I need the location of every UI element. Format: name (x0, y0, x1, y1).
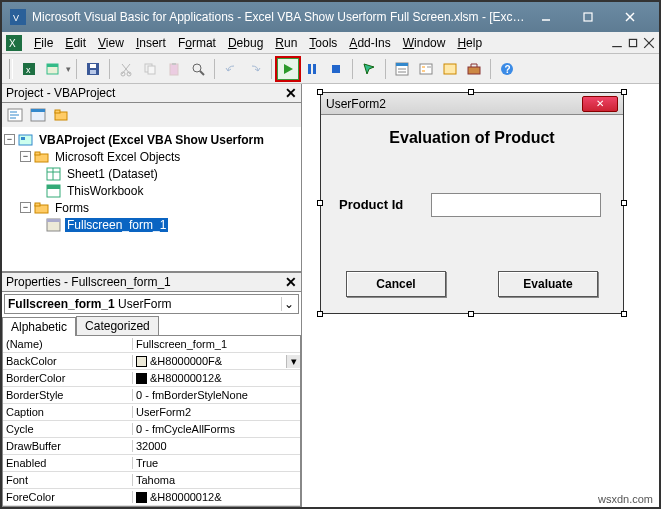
tree-toggle-icon[interactable]: − (4, 134, 15, 145)
run-button[interactable] (277, 58, 299, 80)
stop-button[interactable] (325, 58, 347, 80)
toggle-folders-button[interactable] (50, 105, 72, 125)
property-row[interactable]: Cycle0 - fmCycleAllForms (3, 421, 300, 438)
minimize-button[interactable] (525, 5, 567, 29)
menu-file[interactable]: File (28, 34, 59, 52)
copy-button[interactable] (139, 58, 161, 80)
property-key: BorderColor (3, 372, 133, 384)
property-row[interactable]: DrawBuffer32000 (3, 438, 300, 455)
paste-button[interactable] (163, 58, 185, 80)
project-close-icon[interactable]: ✕ (285, 85, 297, 101)
menu-edit[interactable]: Edit (59, 34, 92, 52)
product-id-input[interactable] (431, 193, 601, 217)
property-row[interactable]: BackColor&H8000000F&▾ (3, 353, 300, 370)
menu-format[interactable]: Format (172, 34, 222, 52)
property-row[interactable]: CaptionUserForm2 (3, 404, 300, 421)
userform-icon (46, 218, 62, 232)
svg-rect-51 (55, 110, 60, 113)
cancel-button[interactable]: Cancel (346, 271, 446, 297)
menu-tools[interactable]: Tools (303, 34, 343, 52)
menu-insert[interactable]: Insert (130, 34, 172, 52)
property-value[interactable]: Fullscreen_form_1 (133, 338, 300, 350)
menu-addins[interactable]: Add-Ins (343, 34, 396, 52)
svg-text:?: ? (505, 64, 511, 75)
tree-toggle-icon[interactable]: − (20, 202, 31, 213)
project-tree[interactable]: − VBAProject (Excel VBA Show Userform − … (2, 127, 301, 272)
property-key: (Name) (3, 338, 133, 350)
pause-button[interactable] (301, 58, 323, 80)
userform-body[interactable]: Evaluation of Product Product Id Cancel … (321, 115, 623, 313)
mdi-restore-icon[interactable] (627, 37, 639, 49)
property-row[interactable]: FontTahoma (3, 472, 300, 489)
property-row[interactable]: BorderColor&H80000012& (3, 370, 300, 387)
mdi-minimize-icon[interactable] (611, 37, 623, 49)
svg-marker-27 (284, 64, 293, 74)
tree-forms-label[interactable]: Forms (53, 201, 91, 215)
menu-window[interactable]: Window (397, 34, 452, 52)
property-row[interactable]: ForeColor&H80000012& (3, 489, 300, 506)
property-row[interactable]: EnabledTrue (3, 455, 300, 472)
property-row[interactable]: BorderStyle0 - fmBorderStyleNone (3, 387, 300, 404)
menu-debug[interactable]: Debug (222, 34, 269, 52)
property-row[interactable]: (Name)Fullscreen_form_1 (3, 336, 300, 353)
svg-rect-53 (21, 137, 25, 140)
menu-view[interactable]: View (92, 34, 130, 52)
evaluate-button[interactable]: Evaluate (498, 271, 598, 297)
property-value[interactable]: &H80000012& (133, 372, 300, 384)
save-button[interactable] (82, 58, 104, 80)
tree-thisworkbook-label[interactable]: ThisWorkbook (65, 184, 145, 198)
tab-alphabetic[interactable]: Alphabetic (2, 317, 76, 336)
view-object-button[interactable] (27, 105, 49, 125)
property-value[interactable]: True (133, 457, 300, 469)
menu-run[interactable]: Run (269, 34, 303, 52)
properties-close-icon[interactable]: ✕ (285, 274, 297, 290)
svg-text:V: V (13, 13, 19, 23)
property-key: DrawBuffer (3, 440, 133, 452)
property-value[interactable]: 0 - fmBorderStyleNone (133, 389, 300, 401)
svg-rect-9 (629, 39, 636, 46)
svg-rect-23 (170, 64, 178, 75)
property-value[interactable]: &H80000012& (133, 491, 300, 503)
properties-grid[interactable]: (Name)Fullscreen_form_1BackColor&H800000… (2, 335, 301, 507)
svg-point-25 (193, 64, 201, 72)
object-selector[interactable]: Fullscreen_form_1 UserForm ⌄ (4, 294, 299, 314)
view-excel-button[interactable]: x (18, 58, 40, 80)
cut-button[interactable] (115, 58, 137, 80)
chevron-down-icon[interactable]: ⌄ (281, 297, 295, 311)
find-button[interactable] (187, 58, 209, 80)
property-key: BorderStyle (3, 389, 133, 401)
redo-button[interactable] (244, 58, 266, 80)
project-explorer-button[interactable] (391, 58, 413, 80)
maximize-button[interactable] (567, 5, 609, 29)
project-header-label: Project - VBAProject (6, 86, 115, 100)
property-value[interactable]: 0 - fmCycleAllForms (133, 423, 300, 435)
property-value[interactable]: Tahoma (133, 474, 300, 486)
tree-root-label[interactable]: VBAProject (Excel VBA Show Userform (37, 133, 266, 147)
toolbox-button[interactable] (463, 58, 485, 80)
excel-icon: X (6, 35, 22, 51)
svg-line-26 (200, 71, 204, 75)
tree-sheet1-label[interactable]: Sheet1 (Dataset) (65, 167, 160, 181)
close-button[interactable] (609, 5, 651, 29)
property-value[interactable]: &H8000000F&▾ (133, 355, 300, 368)
tab-categorized[interactable]: Categorized (76, 316, 159, 335)
window-title: Microsoft Visual Basic for Applications … (32, 10, 525, 24)
property-value[interactable]: 32000 (133, 440, 300, 452)
tree-toggle-icon[interactable]: − (20, 151, 31, 162)
view-code-button[interactable] (4, 105, 26, 125)
form-designer[interactable]: UserForm2 ✕ Evaluation of Product Produc… (302, 84, 659, 507)
properties-window-button[interactable] (415, 58, 437, 80)
object-browser-button[interactable] (439, 58, 461, 80)
tree-excel-objects-label[interactable]: Microsoft Excel Objects (53, 150, 182, 164)
menu-help[interactable]: Help (451, 34, 488, 52)
userform-canvas[interactable]: UserForm2 ✕ Evaluation of Product Produc… (320, 92, 624, 314)
help-button[interactable]: ? (496, 58, 518, 80)
tree-form1-label[interactable]: Fullscreen_form_1 (65, 218, 168, 232)
undo-button[interactable] (220, 58, 242, 80)
userform-close-button[interactable]: ✕ (582, 96, 618, 112)
insert-userform-button[interactable] (42, 58, 64, 80)
chevron-down-icon[interactable]: ▾ (286, 355, 300, 368)
design-mode-button[interactable] (358, 58, 380, 80)
mdi-close-icon[interactable] (643, 37, 655, 49)
property-value[interactable]: UserForm2 (133, 406, 300, 418)
